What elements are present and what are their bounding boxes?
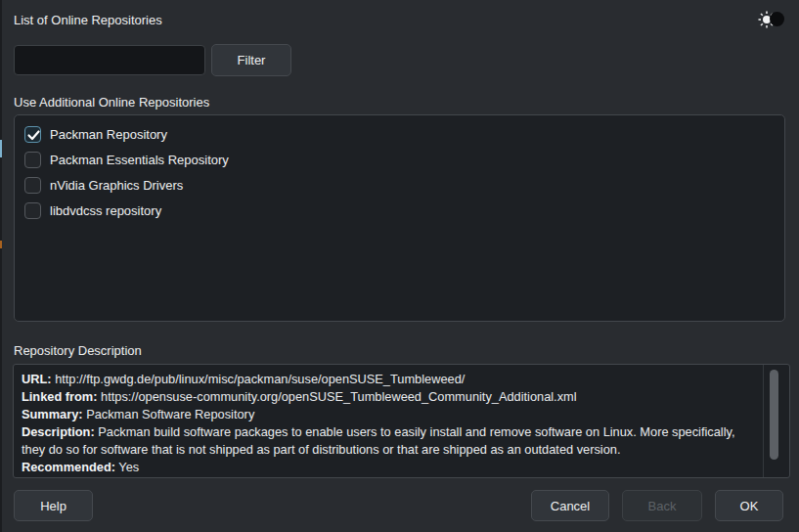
repo-list: Packman Repository Packman Essentials Re…: [14, 114, 785, 322]
description-heading: Repository Description: [14, 343, 142, 358]
filter-input[interactable]: [14, 45, 205, 75]
online-repositories-dialog: List of Online Repositories Filter Use A…: [0, 0, 799, 532]
checkbox-unchecked-icon[interactable]: [24, 177, 41, 194]
screen-left-edge-artifact: [0, 140, 2, 157]
repo-row-libdvdcss[interactable]: libdvdcss repository: [24, 198, 784, 223]
repo-row-packman-essentials[interactable]: Packman Essentials Repository: [24, 147, 784, 172]
description-field-recommended: Recommended: Yes: [22, 459, 750, 476]
theme-toggle-button[interactable]: [758, 9, 785, 30]
description-field-description: Description: Packman build software pack…: [22, 423, 750, 459]
page-title: List of Online Repositories: [14, 13, 162, 27]
repo-row-label: Packman Repository: [50, 127, 167, 142]
help-button[interactable]: Help: [14, 490, 93, 521]
ok-button[interactable]: OK: [715, 490, 783, 521]
sun-moon-icon: [758, 9, 785, 30]
repo-row-label: libdvdcss repository: [50, 203, 161, 218]
cancel-button[interactable]: Cancel: [531, 490, 609, 521]
repo-row-packman[interactable]: Packman Repository: [24, 121, 784, 147]
description-field-summary: Summary: Packman Software Repository: [22, 406, 750, 423]
repo-row-nvidia[interactable]: nVidia Graphics Drivers: [24, 172, 784, 198]
scrollbar-track: [763, 365, 764, 477]
checkbox-unchecked-icon[interactable]: [24, 202, 41, 219]
repo-row-label: nVidia Graphics Drivers: [50, 178, 183, 193]
screen-left-edge: [0, 0, 2, 532]
screen-left-edge-artifact: [0, 241, 2, 248]
scrollbar-thumb[interactable]: [770, 370, 778, 460]
checkbox-checked-icon[interactable]: [24, 126, 41, 143]
repository-description-panel: URL: http://ftp.gwdg.de/pub/linux/misc/p…: [13, 364, 790, 478]
filter-button[interactable]: Filter: [211, 44, 291, 76]
repo-list-heading: Use Additional Online Repositories: [14, 95, 209, 110]
back-button[interactable]: Back: [622, 490, 702, 521]
description-field-url: URL: http://ftp.gwdg.de/pub/linux/misc/p…: [22, 371, 750, 388]
repo-row-label: Packman Essentials Repository: [50, 153, 229, 167]
description-field-linked-from: Linked from: https://opensuse-community.…: [22, 388, 750, 406]
checkbox-unchecked-icon[interactable]: [24, 152, 41, 168]
